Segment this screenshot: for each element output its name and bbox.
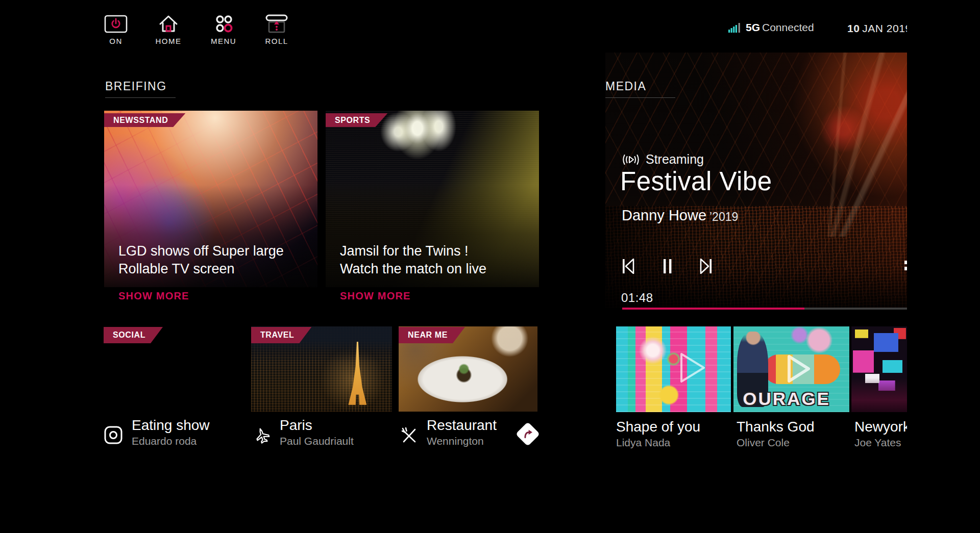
ui-viewport: ON HOME MENU (0, 0, 907, 533)
nav-home-label: HOME (148, 37, 189, 45)
menu-icon (203, 13, 244, 35)
date-display: 10JAN 2019 (847, 22, 907, 35)
social-title: Eating show (132, 417, 210, 434)
play-overlay-icon (787, 354, 811, 383)
thumb-shape-of-you[interactable] (616, 326, 731, 412)
nav-roll-button[interactable]: ROLL (256, 13, 297, 45)
near-me-subtitle: Wennington (427, 435, 484, 447)
near-me-badge: NEAR ME (399, 327, 465, 343)
pause-icon (663, 259, 672, 274)
card-social[interactable]: SOCIAL (104, 326, 244, 412)
social-subtitle: Eduardo roda (132, 435, 197, 447)
playback-progress-bar[interactable] (622, 308, 907, 310)
roll-icon (256, 13, 297, 35)
signal-icon (728, 22, 742, 33)
card-travel[interactable]: TRAVEL (251, 326, 392, 412)
camera-icon (104, 425, 123, 447)
date-rest: JAN 2019 (862, 22, 907, 34)
elapsed-time: 01:48 (621, 291, 653, 305)
curved-arrow-icon (522, 428, 534, 440)
media-heading: MEDIA (605, 80, 646, 93)
home-icon (148, 13, 189, 35)
thumb3-subtitle: Joe Yates (854, 437, 901, 449)
streaming-label: Streaming (646, 152, 704, 167)
date-day: 10 (847, 22, 860, 34)
network-status: 5GConnected (728, 21, 814, 34)
nav-power-label: ON (95, 37, 136, 45)
card-sports[interactable]: SPORTS Jamsil for the Twins ! Watch the … (326, 111, 539, 315)
media-track-title: Festival Vibe (620, 166, 772, 196)
plane-icon (254, 427, 271, 446)
newsstand-show-more-button[interactable]: SHOW MORE (118, 290, 189, 302)
newsstand-badge: NEWSSTAND (104, 113, 185, 127)
graffiti-text: OURAGE (743, 389, 830, 409)
network-state: Connected (762, 21, 814, 33)
media-heading-rule (605, 97, 675, 98)
thumb1-title: Shape of you (616, 419, 700, 435)
skip-forward-icon (700, 259, 712, 274)
thumb2-subtitle: Oliver Cole (737, 437, 790, 449)
sports-show-more-button[interactable]: SHOW MORE (340, 290, 411, 302)
card-newsstand[interactable]: NEWSSTAND LGD shows off Super large Roll… (104, 111, 317, 315)
power-icon (95, 13, 136, 35)
thumb1-subtitle: Lidya Nada (616, 437, 670, 449)
play-overlay-icon (678, 352, 707, 384)
nav-home-button[interactable]: HOME (148, 13, 189, 45)
thumb-thanks-god[interactable]: OURAGE (733, 326, 849, 412)
social-badge: SOCIAL (104, 327, 163, 343)
streaming-status: Streaming (622, 152, 704, 167)
media-artist: Danny Howe (622, 207, 706, 224)
briefing-heading-rule (105, 97, 176, 98)
sports-headline: Jamsil for the Twins ! Watch the match o… (340, 242, 486, 278)
streaming-icon (622, 153, 640, 166)
card-near-me[interactable]: NEAR ME (399, 326, 537, 412)
pause-button[interactable] (663, 259, 672, 276)
media-year: ’2019 (709, 210, 738, 224)
newsstand-headline: LGD shows off Super large Rollable TV sc… (118, 242, 284, 278)
thumb2-title: Thanks God (737, 419, 815, 435)
more-options-icon-clipped[interactable] (904, 261, 907, 271)
cutlery-icon (400, 426, 419, 447)
nav-menu-label: MENU (203, 37, 244, 45)
thumb3-title: Newyork (854, 419, 907, 435)
previous-track-button[interactable] (622, 259, 634, 276)
network-tech: 5G (746, 21, 760, 33)
tv-screen: ON HOME MENU (0, 0, 980, 533)
nav-menu-button[interactable]: MENU (203, 13, 244, 45)
playback-progress-fill (622, 308, 804, 310)
skip-back-icon (622, 259, 634, 274)
eiffel-tower-shape (348, 342, 366, 405)
thumb-newyork[interactable] (851, 326, 907, 412)
briefing-heading: BREIFING (105, 80, 167, 93)
travel-badge: TRAVEL (251, 327, 311, 343)
next-track-button[interactable] (700, 259, 712, 276)
travel-subtitle: Paul Gaudriault (280, 435, 354, 447)
travel-title: Paris (280, 417, 312, 434)
nav-power-button[interactable]: ON (95, 13, 136, 45)
near-me-title: Restaurant (427, 417, 497, 434)
nav-roll-label: ROLL (256, 37, 297, 45)
directions-share-button[interactable] (516, 422, 540, 446)
